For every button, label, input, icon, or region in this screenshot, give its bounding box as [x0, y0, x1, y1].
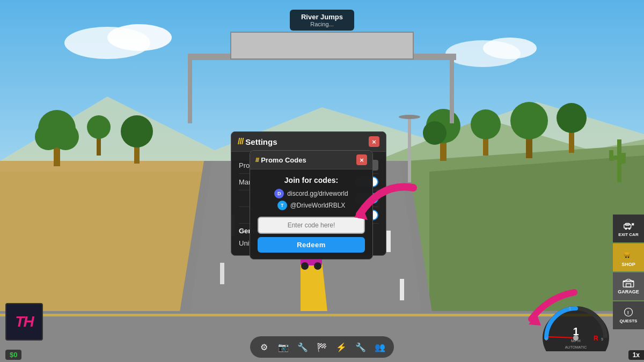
svg-point-53 — [301, 262, 309, 270]
svg-point-60 — [628, 228, 631, 230]
logo: TH — [5, 303, 43, 341]
settings-header: /// Settings × — [231, 132, 386, 152]
join-codes-title: Join for codes: — [258, 176, 365, 184]
shop-icon — [623, 248, 634, 260]
exit-car-icon — [623, 219, 634, 231]
svg-point-50 — [399, 115, 420, 119]
svg-rect-16 — [400, 279, 404, 300]
multiplier-display: 1x — [628, 350, 644, 360]
race-label: River Jumps Racing... — [290, 10, 354, 31]
svg-point-2 — [107, 24, 172, 51]
svg-rect-69 — [626, 283, 631, 286]
svg-point-28 — [121, 115, 153, 147]
svg-marker-68 — [623, 279, 634, 282]
code-input[interactable] — [258, 217, 365, 234]
shop-button[interactable]: SHOP — [613, 243, 644, 271]
settings-close-button[interactable]: × — [369, 136, 379, 147]
promo-body: Join for codes: D discord.gg/driveworld … — [250, 169, 372, 259]
svg-point-54 — [314, 262, 321, 270]
twitter-icon: T — [277, 201, 287, 210]
svg-point-26 — [52, 123, 79, 150]
svg-rect-40 — [617, 139, 621, 182]
svg-rect-15 — [386, 231, 391, 252]
settings-stripe: /// — [238, 137, 243, 146]
svg-rect-46 — [450, 54, 454, 123]
twitter-handle: @DriveWorldRBLX — [290, 202, 346, 209]
svg-point-33 — [423, 121, 447, 145]
promo-modal: /// Promo Codes × Join for codes: D disc… — [250, 150, 373, 260]
settings-title: Settings — [245, 137, 277, 146]
svg-point-37 — [510, 102, 548, 139]
race-name: River Jumps — [298, 13, 346, 21]
speedo-svg: 1 MPH 0 5 9 AUTOMATIC R — [541, 300, 611, 351]
svg-rect-49 — [408, 118, 411, 182]
svg-point-30 — [87, 115, 111, 139]
toolbar-settings-icon[interactable]: ⚙ — [255, 338, 273, 356]
toolbar-lightning-icon[interactable]: ⚡ — [333, 338, 350, 356]
quests-button[interactable]: ! QUESTS — [613, 301, 644, 329]
multiplier-value: 1x — [633, 351, 640, 359]
svg-text:5: 5 — [569, 307, 571, 311]
promo-title: Promo Codes — [261, 156, 306, 164]
svg-point-4 — [483, 38, 537, 59]
svg-rect-45 — [188, 54, 192, 123]
quests-label: QUESTS — [620, 319, 638, 323]
svg-point-39 — [557, 103, 587, 133]
svg-text:9: 9 — [601, 337, 603, 341]
svg-point-35 — [471, 109, 501, 139]
bottom-toolbar: ⚙ 📷 🔧 🏁 ⚡ 🔧 👥 — [250, 336, 394, 358]
toolbar-wrench-icon[interactable]: 🔧 — [294, 338, 311, 356]
promo-header: /// Promo Codes × — [250, 151, 372, 169]
svg-rect-47 — [231, 32, 413, 59]
svg-text:AUTOMATIC: AUTOMATIC — [565, 345, 587, 349]
garage-button[interactable]: GARAGE — [613, 272, 644, 300]
svg-text:!: ! — [627, 310, 629, 315]
promo-close-button[interactable]: × — [356, 154, 367, 165]
exit-car-label: ExIt CaR — [618, 233, 638, 238]
svg-rect-64 — [625, 252, 630, 255]
logo-text: TH — [15, 313, 33, 330]
svg-text:MPH: MPH — [571, 338, 581, 343]
race-status: Racing... — [298, 21, 346, 27]
quests-icon: ! — [624, 307, 633, 317]
svg-text:R: R — [594, 335, 598, 342]
right-buttons: ExIt CaR SHOP GARAGE ! QUESTS — [613, 215, 644, 329]
discord-link: discord.gg/driveworld — [287, 190, 348, 197]
garage-label: GARAGE — [618, 289, 639, 294]
toolbar-camera-icon[interactable]: 📷 — [275, 338, 292, 356]
promo-stripe: /// — [255, 157, 259, 163]
discord-icon: D — [274, 189, 284, 198]
garage-icon — [623, 279, 634, 287]
svg-point-65 — [625, 256, 627, 258]
svg-rect-42 — [609, 150, 613, 161]
svg-point-59 — [625, 228, 627, 230]
speedometer: 1 MPH 0 5 9 AUTOMATIC R — [541, 300, 611, 349]
toolbar-flag-icon[interactable]: 🏁 — [313, 338, 331, 356]
twitter-row: T @DriveWorldRBLX — [258, 201, 365, 210]
money-value: $0 — [10, 351, 17, 359]
redeem-button[interactable]: Redeem — [258, 237, 365, 253]
toolbar-tool-icon[interactable]: 🔧 — [352, 338, 369, 356]
money-display: $0 — [5, 350, 21, 360]
exit-car-button[interactable]: ExIt CaR — [613, 215, 644, 242]
svg-point-66 — [628, 256, 630, 258]
discord-row: D discord.gg/driveworld — [258, 189, 365, 198]
shop-label: SHOP — [621, 262, 635, 267]
svg-text:1: 1 — [573, 326, 579, 337]
svg-rect-19 — [220, 263, 224, 284]
svg-text:0: 0 — [545, 337, 547, 341]
svg-rect-43 — [621, 153, 626, 164]
svg-rect-57 — [624, 224, 631, 228]
toolbar-group-icon[interactable]: 👥 — [371, 338, 389, 356]
